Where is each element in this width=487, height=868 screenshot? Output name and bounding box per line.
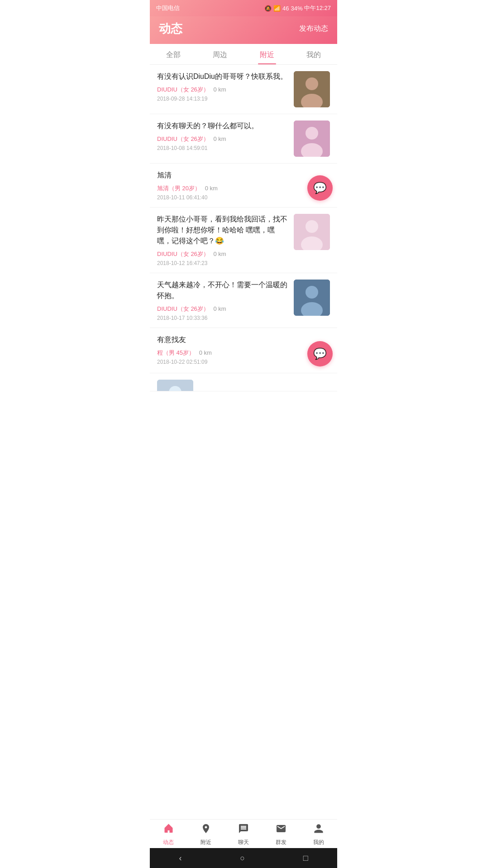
feed-time-4: 2018-10-12 16:47:23 [157, 260, 289, 266]
feed-item-7-partial [150, 373, 337, 391]
feed-image-7-partial [157, 380, 193, 391]
chat-fab-6[interactable]: 💬 [307, 341, 333, 366]
feed-list: 有没有认识DiuDiu的哥哥呀？快联系我。 DIUDIU（女 26岁） 0 km… [150, 65, 337, 391]
time-text: 中午12:27 [304, 4, 331, 12]
status-right: 🔕 📶 46 34% 中午12:27 [264, 4, 331, 12]
feed-text-4: 昨天那位小哥哥，看到我给我回话，找不到你啦！好想你呀！哈哈哈 嘿嘿，嘿嘿，记得这… [157, 214, 289, 246]
feed-time-5: 2018-10-17 10:33:36 [157, 315, 289, 321]
tab-nearby-zone[interactable]: 周边 [197, 44, 244, 64]
svg-point-7 [306, 220, 318, 233]
tab-nearby[interactable]: 附近 [244, 44, 291, 64]
wifi-icon: 📶 [273, 5, 281, 12]
feed-image-5 [294, 280, 330, 316]
feed-content-4: 昨天那位小哥哥，看到我给我回话，找不到你啦！好想你呀！哈哈哈 嘿嘿，嘿嘿，记得这… [157, 214, 294, 266]
feed-user-3: 旭清（男 20岁） 0 km [157, 184, 325, 193]
chat-bubble-icon: 💬 [313, 182, 327, 194]
feed-item-5[interactable]: 天气越来越冷，不开心！需要一个温暖的怀抱。 DIUDIU（女 26岁） 0 km… [150, 273, 337, 328]
svg-point-1 [306, 77, 318, 90]
feed-user-2: DIUDIU（女 26岁） 0 km [157, 135, 289, 143]
feed-item-6[interactable]: 有意找友 程（男 45岁） 0 km 2018-10-22 02:51:09 💬 [150, 328, 337, 373]
feed-user-6: 程（男 45岁） 0 km [157, 349, 325, 357]
publish-button[interactable]: 发布动态 [299, 24, 328, 34]
battery-text: 34% [291, 5, 302, 12]
tab-mine[interactable]: 我的 [291, 44, 338, 64]
feed-content-5: 天气越来越冷，不开心！需要一个温暖的怀抱。 DIUDIU（女 26岁） 0 km… [157, 280, 294, 321]
tab-bar: 全部 周边 附近 我的 [150, 44, 337, 65]
feed-image-1 [294, 71, 330, 107]
feed-time-1: 2018-09-28 14:13:19 [157, 96, 289, 102]
feed-item-3[interactable]: 旭清 旭清（男 20岁） 0 km 2018-10-11 06:41:40 💬 [150, 164, 337, 207]
feed-image-2 [294, 121, 330, 157]
svg-point-4 [306, 127, 318, 140]
status-bar: 中国电信 🔕 📶 46 34% 中午12:27 [150, 0, 337, 16]
feed-item-4[interactable]: 昨天那位小哥哥，看到我给我回话，找不到你啦！好想你呀！哈哈哈 嘿嘿，嘿嘿，记得这… [150, 207, 337, 273]
feed-image-4 [294, 214, 330, 250]
feed-text-1: 有没有认识DiuDiu的哥哥呀？快联系我。 [157, 71, 289, 82]
signal-text: 46 [282, 5, 289, 12]
feed-text-3: 旭清 [157, 170, 325, 181]
mute-icon: 🔕 [264, 5, 272, 12]
chat-fab-3[interactable]: 💬 [307, 175, 333, 201]
tab-all[interactable]: 全部 [150, 44, 197, 64]
feed-item-1[interactable]: 有没有认识DiuDiu的哥哥呀？快联系我。 DIUDIU（女 26岁） 0 km… [150, 65, 337, 114]
feed-time-3: 2018-10-11 06:41:40 [157, 194, 325, 201]
feed-text-5: 天气越来越冷，不开心！需要一个温暖的怀抱。 [157, 280, 289, 301]
feed-content-3: 旭清 旭清（男 20岁） 0 km 2018-10-11 06:41:40 [157, 170, 330, 201]
feed-content-6: 有意找友 程（男 45岁） 0 km 2018-10-22 02:51:09 [157, 334, 330, 365]
app-header: 动态 发布动态 [150, 16, 337, 44]
page-title: 动态 [159, 21, 182, 37]
feed-item-2[interactable]: 有没有聊天的？聊什么都可以。 DIUDIU（女 26岁） 0 km 2018-1… [150, 114, 337, 164]
feed-user-1: DIUDIU（女 26岁） 0 km [157, 86, 289, 94]
feed-content-1: 有没有认识DiuDiu的哥哥呀？快联系我。 DIUDIU（女 26岁） 0 km… [157, 71, 294, 102]
feed-time-6: 2018-10-22 02:51:09 [157, 359, 325, 365]
svg-point-10 [306, 286, 318, 299]
feed-user-5: DIUDIU（女 26岁） 0 km [157, 305, 289, 313]
feed-text-6: 有意找友 [157, 334, 325, 345]
feed-time-2: 2018-10-08 14:59:01 [157, 145, 289, 151]
carrier-text: 中国电信 [156, 4, 180, 12]
feed-user-4: DIUDIU（女 26岁） 0 km [157, 250, 289, 258]
chat-bubble-icon-2: 💬 [313, 347, 327, 360]
feed-text-2: 有没有聊天的？聊什么都可以。 [157, 121, 289, 131]
feed-content-2: 有没有聊天的？聊什么都可以。 DIUDIU（女 26岁） 0 km 2018-1… [157, 121, 294, 151]
